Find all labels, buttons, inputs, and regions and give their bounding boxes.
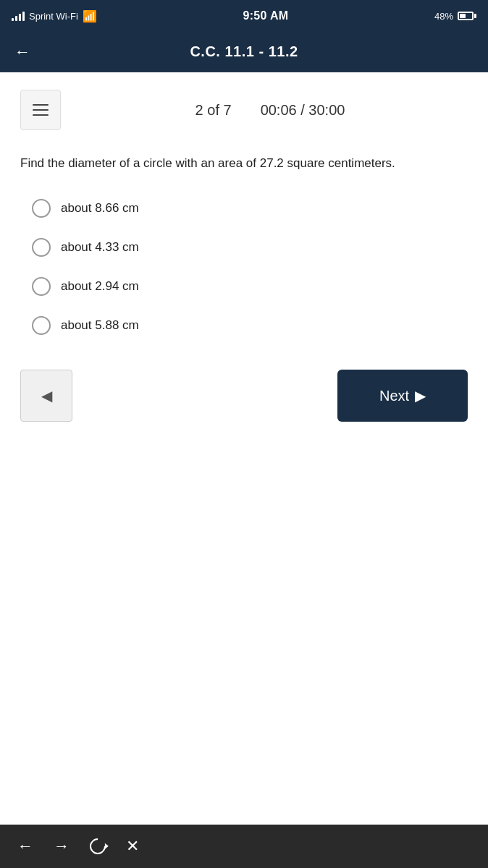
- status-bar: Sprint Wi-Fi 📶 9:50 AM 48%: [0, 0, 488, 32]
- radio-c[interactable]: [32, 277, 51, 296]
- carrier-label: Sprint Wi-Fi: [29, 11, 78, 22]
- radio-inner-b: [37, 243, 46, 252]
- answer-label-b: about 4.33 cm: [61, 240, 139, 255]
- answer-option-d[interactable]: about 5.88 cm: [32, 316, 468, 335]
- radio-a[interactable]: [32, 199, 51, 218]
- prev-arrow-icon: ◀: [41, 387, 52, 404]
- wifi-icon: 📶: [83, 9, 97, 23]
- reload-icon: [86, 835, 109, 857]
- progress-info: 2 of 7 00:06 / 30:00: [72, 102, 468, 119]
- radio-b[interactable]: [32, 238, 51, 257]
- radio-inner-a: [37, 204, 46, 213]
- signal-icon: [12, 11, 25, 21]
- back-button[interactable]: ←: [14, 43, 30, 61]
- answer-label-d: about 5.88 cm: [61, 318, 139, 333]
- status-time: 9:50 AM: [243, 9, 289, 22]
- hamburger-menu-button[interactable]: [20, 90, 61, 130]
- radio-inner-d: [37, 321, 46, 330]
- radio-inner-c: [37, 282, 46, 291]
- browser-reload-button[interactable]: [90, 838, 106, 854]
- next-label: Next: [379, 388, 409, 404]
- status-right: 48%: [434, 11, 476, 22]
- browser-forward-button[interactable]: →: [54, 837, 70, 856]
- prev-button[interactable]: ◀: [20, 370, 72, 422]
- content-area: 2 of 7 00:06 / 30:00 Find the diameter o…: [0, 72, 488, 422]
- radio-d[interactable]: [32, 316, 51, 335]
- browser-back-button[interactable]: ←: [17, 837, 33, 856]
- answer-option-b[interactable]: about 4.33 cm: [32, 238, 468, 257]
- hamburger-line-2: [33, 109, 49, 111]
- page-title: C.C. 11.1 - 11.2: [190, 43, 298, 60]
- nav-buttons-row: ◀ Next ▶: [20, 370, 468, 422]
- nav-bar: ← C.C. 11.1 - 11.2: [0, 32, 488, 72]
- status-left: Sprint Wi-Fi 📶: [12, 9, 97, 23]
- answer-options: about 8.66 cm about 4.33 cm about 2.94 c…: [20, 199, 468, 335]
- browser-close-button[interactable]: ✕: [126, 837, 139, 856]
- answer-label-a: about 8.66 cm: [61, 201, 139, 216]
- answer-option-a[interactable]: about 8.66 cm: [32, 199, 468, 218]
- battery-icon: [458, 12, 476, 20]
- answer-label-c: about 2.94 cm: [61, 279, 139, 294]
- hamburger-line-1: [33, 104, 49, 106]
- battery-percentage: 48%: [434, 11, 453, 22]
- progress-text: 2 of 7: [195, 102, 232, 119]
- next-button[interactable]: Next ▶: [337, 370, 468, 422]
- timer-text: 00:06 / 30:00: [261, 102, 345, 119]
- hamburger-line-3: [33, 114, 49, 116]
- bottom-bar: ← → ✕: [0, 825, 488, 868]
- controls-row: 2 of 7 00:06 / 30:00: [20, 90, 468, 130]
- main-content: 2 of 7 00:06 / 30:00 Find the diameter o…: [0, 72, 488, 825]
- answer-option-c[interactable]: about 2.94 cm: [32, 277, 468, 296]
- next-arrow-icon: ▶: [415, 387, 426, 404]
- question-text: Find the diameter of a circle with an ar…: [20, 153, 468, 173]
